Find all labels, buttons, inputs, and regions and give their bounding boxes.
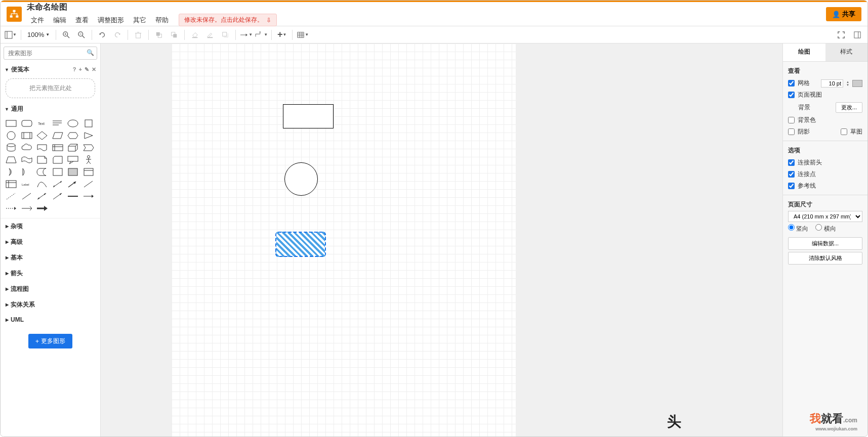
redo-button[interactable]	[110, 28, 125, 41]
canvas[interactable]: 头	[101, 43, 782, 436]
canvas-rectangle[interactable]	[283, 104, 334, 128]
fill-color-button[interactable]	[188, 28, 202, 41]
shape-dash-line[interactable]	[5, 191, 18, 202]
category-advanced[interactable]: ▶高级	[1, 234, 100, 250]
shape-trapezoid[interactable]	[5, 154, 18, 165]
edit-icon[interactable]: ✎	[85, 66, 89, 73]
sketch-checkbox[interactable]	[841, 128, 847, 135]
zoom-out-button[interactable]	[74, 28, 89, 41]
shape-parallelogram[interactable]	[51, 130, 64, 141]
shape-process[interactable]	[20, 130, 33, 141]
clear-style-button[interactable]: 清除默认风格	[788, 252, 862, 265]
conn-arrows-checkbox[interactable]	[788, 159, 795, 166]
page-size-select[interactable]: A4 (210 mm x 297 mm)	[788, 211, 862, 222]
canvas-hatched-rect[interactable]	[275, 232, 326, 257]
delete-button[interactable]	[131, 28, 145, 41]
shape-hline-open[interactable]	[20, 203, 33, 214]
shape-line[interactable]	[82, 179, 95, 190]
menu-file[interactable]: 文件	[27, 15, 48, 26]
shape-actor[interactable]	[82, 154, 95, 165]
shape-callout[interactable]	[66, 154, 79, 165]
stepper-down-icon[interactable]: ▼	[846, 83, 849, 86]
shape-rect[interactable]	[5, 118, 18, 129]
insert-button[interactable]: +▼	[275, 28, 289, 41]
shape-data-storage[interactable]	[35, 166, 49, 178]
shape-text[interactable]: Text	[35, 118, 49, 129]
shape-ellipse[interactable]	[66, 118, 79, 129]
shape-textbox[interactable]	[51, 118, 64, 129]
shape-circle[interactable]	[5, 130, 18, 141]
shape-hline-dash[interactable]	[5, 203, 18, 214]
landscape-radio[interactable]	[815, 224, 822, 231]
shape-label[interactable]: Label	[20, 179, 33, 190]
shape-hline-arrow[interactable]	[82, 191, 95, 202]
page-view-checkbox[interactable]	[788, 92, 795, 98]
shape-arrow-big[interactable]	[66, 179, 79, 190]
shape-or[interactable]	[20, 166, 33, 178]
undo-button[interactable]	[95, 28, 109, 41]
scratchpad-header[interactable]: ▼便笺本 ? + ✎ ✕	[1, 63, 100, 76]
table-button[interactable]: ▼	[296, 28, 310, 41]
shadow-checkbox[interactable]	[788, 128, 795, 135]
shape-step[interactable]	[82, 142, 95, 153]
guides-checkbox[interactable]	[788, 183, 795, 189]
shape-square[interactable]	[82, 118, 95, 129]
shape-container[interactable]	[51, 166, 64, 178]
shadow-button[interactable]	[218, 28, 232, 41]
shape-line2[interactable]	[20, 191, 33, 202]
category-entity[interactable]: ▶实体关系	[1, 297, 100, 313]
help-icon[interactable]: ?	[73, 66, 76, 73]
zoom-in-button[interactable]	[59, 28, 73, 41]
search-shapes-input[interactable]	[4, 47, 97, 60]
shape-cube[interactable]	[66, 142, 79, 153]
general-shapes-header[interactable]: ▼通用	[1, 102, 100, 116]
document-title[interactable]: 未命名绘图	[27, 2, 277, 14]
close-icon[interactable]: ✕	[92, 66, 96, 73]
add-icon[interactable]: +	[79, 66, 82, 73]
change-bg-button[interactable]: 更改...	[836, 102, 862, 113]
category-arrows[interactable]: ▶箭头	[1, 266, 100, 281]
shape-hline-thick[interactable]	[35, 203, 49, 214]
tab-style[interactable]: 样式	[825, 43, 868, 61]
shape-triangle[interactable]	[82, 130, 95, 141]
category-misc[interactable]: ▶杂项	[1, 219, 100, 234]
edit-data-button[interactable]: 编辑数据...	[788, 237, 862, 250]
to-front-button[interactable]	[152, 28, 166, 41]
shape-note[interactable]	[35, 154, 49, 165]
grid-color-swatch[interactable]	[852, 80, 862, 87]
menu-arrange[interactable]: 调整图形	[94, 15, 128, 26]
menu-edit[interactable]: 编辑	[49, 15, 70, 26]
canvas-circle[interactable]	[284, 162, 318, 196]
scratchpad-dropzone[interactable]: 把元素拖至此处	[6, 78, 95, 98]
page[interactable]	[172, 43, 516, 436]
portrait-radio[interactable]	[788, 224, 795, 231]
shape-container-filled[interactable]	[66, 166, 79, 178]
bgcolor-checkbox[interactable]	[788, 117, 795, 123]
category-uml[interactable]: ▶UML	[1, 313, 100, 327]
shape-rounded-rect[interactable]	[20, 118, 33, 129]
conn-points-checkbox[interactable]	[788, 171, 795, 178]
format-panel-button[interactable]	[850, 28, 864, 41]
line-color-button[interactable]	[203, 28, 217, 41]
tab-diagram[interactable]: 绘图	[783, 43, 825, 61]
shape-list[interactable]	[5, 179, 18, 190]
shape-curve[interactable]	[35, 179, 49, 190]
share-button[interactable]: 👤 共享	[826, 7, 861, 21]
zoom-select[interactable]: 100% ▼	[24, 31, 53, 38]
shape-diamond[interactable]	[35, 130, 49, 141]
category-basic[interactable]: ▶基本	[1, 250, 100, 266]
category-flowchart[interactable]: ▶流程图	[1, 281, 100, 297]
to-back-button[interactable]	[167, 28, 181, 41]
shape-dir-conn[interactable]	[51, 191, 64, 202]
view-mode-button[interactable]: ▼	[4, 28, 18, 41]
menu-extras[interactable]: 其它	[129, 15, 150, 26]
menu-view[interactable]: 查看	[71, 15, 93, 26]
shape-bidir-conn[interactable]	[35, 191, 49, 202]
grid-checkbox[interactable]	[788, 80, 795, 86]
shape-hline[interactable]	[66, 191, 79, 202]
more-shapes-button[interactable]: +更多图形	[28, 334, 72, 348]
shape-internal-storage[interactable]	[51, 142, 64, 153]
grid-size-input[interactable]	[821, 79, 843, 88]
landscape-radio-label[interactable]: 横向	[815, 224, 836, 233]
shape-frame[interactable]	[82, 166, 95, 178]
